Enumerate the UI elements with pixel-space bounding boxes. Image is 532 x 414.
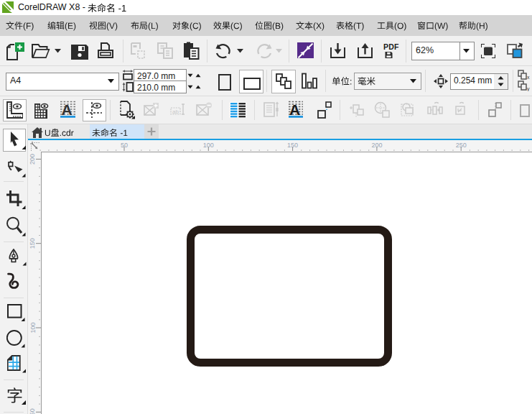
svg-text:ab: ab bbox=[172, 109, 179, 115]
svg-text:x: x bbox=[527, 75, 530, 80]
svg-text:50: 50 bbox=[121, 142, 128, 149]
svg-text:150: 150 bbox=[287, 142, 298, 149]
svg-text:200: 200 bbox=[29, 154, 37, 165]
svg-text:100: 100 bbox=[29, 322, 37, 333]
svg-text:50: 50 bbox=[29, 408, 37, 414]
svg-text:y: y bbox=[527, 86, 530, 91]
svg-text:150: 150 bbox=[29, 238, 37, 249]
svg-text:250: 250 bbox=[456, 142, 467, 149]
svg-text:A: A bbox=[289, 101, 300, 118]
svg-text:100: 100 bbox=[203, 142, 214, 149]
svg-text:A: A bbox=[62, 101, 73, 118]
svg-text:200: 200 bbox=[371, 142, 382, 149]
